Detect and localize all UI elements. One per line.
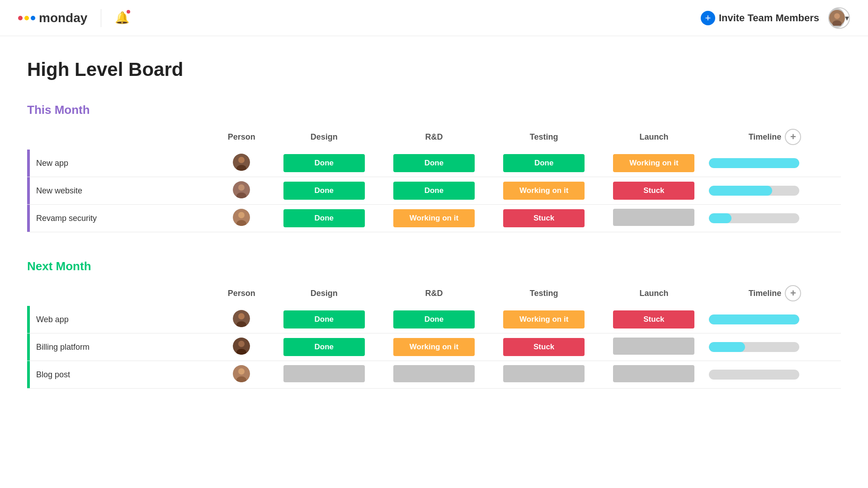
table-row: Blog post (27, 361, 841, 389)
avatar (233, 365, 250, 382)
avatar (233, 310, 250, 327)
person-cell-new-app (214, 150, 269, 177)
timeline-track (709, 370, 799, 380)
table-row: New website Done Done (27, 177, 841, 205)
logo-dots (18, 16, 35, 20)
status-badge-empty (503, 365, 585, 382)
status-badge: Done (283, 182, 365, 200)
launch-cell-revamp (599, 205, 709, 232)
status-badge: Stuck (503, 338, 585, 356)
timeline-track (709, 213, 799, 223)
timeline-fill (709, 342, 745, 352)
rnd-cell-new-app: Done (379, 150, 489, 177)
col-person-this: Person (214, 124, 269, 150)
invite-team-button[interactable]: + Invite Team Members (701, 11, 819, 25)
next-month-table: Person Design R&D Testing Launch Timelin… (27, 281, 841, 389)
col-launch-this: Launch (599, 124, 709, 150)
timeline-cell-new-app (709, 150, 841, 177)
col-design-this: Design (269, 124, 379, 150)
timeline-cell-blog (709, 361, 841, 389)
col-item-next (27, 281, 214, 306)
timeline-fill (709, 314, 799, 324)
col-launch-next: Launch (599, 281, 709, 306)
timeline-cell-new-website (709, 177, 841, 205)
status-badge: Done (393, 310, 475, 328)
person-cell-web-app (214, 306, 269, 333)
status-badge: Done (393, 154, 475, 172)
launch-cell-blog (599, 361, 709, 389)
row-name: Revamp security (30, 214, 97, 223)
logo-dot-red (18, 16, 23, 20)
item-cell-blog: Blog post (27, 361, 214, 389)
logo-dot-yellow (24, 16, 29, 20)
testing-cell-revamp: Stuck (489, 205, 599, 232)
this-month-section: This Month Person Design R&D Testing Lau… (27, 103, 841, 232)
status-badge-empty (393, 365, 475, 382)
status-badge: Done (283, 209, 365, 227)
col-rnd-next: R&D (379, 281, 489, 306)
avatar-chevron-icon: ▾ (845, 13, 849, 23)
svg-point-10 (238, 212, 245, 218)
status-badge-empty (613, 338, 694, 355)
rnd-cell-new-website: Done (379, 177, 489, 205)
row-name: Blog post (30, 370, 70, 380)
this-month-header-row: This Month (27, 103, 841, 117)
header-left: monday 🔔 (18, 9, 129, 27)
col-rnd-this: R&D (379, 124, 489, 150)
design-cell-new-app: Done (269, 150, 379, 177)
notifications-bell[interactable]: 🔔 (115, 11, 129, 25)
timeline-cell-web-app (709, 306, 841, 333)
timeline-fill (709, 186, 772, 196)
person-cell-blog (214, 361, 269, 389)
row-name: Billing platform (30, 343, 90, 352)
timeline-track (709, 186, 799, 196)
person-cell-new-website (214, 177, 269, 205)
person-cell-billing (214, 333, 269, 361)
next-month-title: Next Month (27, 259, 91, 273)
testing-cell-blog (489, 361, 599, 389)
logo-dot-blue (31, 16, 35, 20)
status-badge: Working on it (613, 154, 694, 172)
launch-cell-web-app: Stuck (599, 306, 709, 333)
user-avatar-wrapper[interactable]: ▾ (828, 7, 850, 29)
col-testing-this: Testing (489, 124, 599, 150)
status-badge-empty (613, 365, 694, 382)
status-badge: Working on it (503, 182, 585, 200)
col-design-next: Design (269, 281, 379, 306)
next-month-col-headers: Person Design R&D Testing Launch Timelin… (27, 281, 841, 306)
timeline-track (709, 158, 799, 168)
item-cell-revamp-security: Revamp security (27, 205, 214, 232)
col-testing-next: Testing (489, 281, 599, 306)
timeline-fill (709, 158, 799, 168)
table-row: New app Done Done Done (27, 150, 841, 177)
design-cell-billing: Done (269, 333, 379, 361)
rnd-cell-web-app: Done (379, 306, 489, 333)
table-row: Web app Done Done Work (27, 306, 841, 333)
add-column-this-button[interactable]: + (785, 129, 801, 145)
this-month-table: Person Design R&D Testing Launch Timelin… (27, 124, 841, 232)
svg-point-19 (238, 368, 245, 375)
status-badge: Done (283, 310, 365, 328)
main-content: High Level Board This Month Person Desig… (0, 36, 868, 438)
status-badge: Working on it (393, 338, 475, 356)
avatar (233, 209, 250, 226)
user-avatar (829, 8, 845, 28)
item-cell-new-app: New app (27, 150, 214, 177)
design-cell-blog (269, 361, 379, 389)
status-badge: Stuck (613, 310, 694, 328)
testing-cell-new-app: Done (489, 150, 599, 177)
design-cell-web-app: Done (269, 306, 379, 333)
status-badge-empty (613, 209, 694, 226)
status-badge: Stuck (613, 182, 694, 200)
item-cell-billing: Billing platform (27, 333, 214, 361)
bell-badge (126, 9, 131, 14)
timeline-cell-billing (709, 333, 841, 361)
svg-point-16 (238, 341, 245, 347)
svg-point-1 (834, 13, 840, 19)
svg-point-7 (238, 184, 245, 191)
add-column-next-button[interactable]: + (785, 285, 801, 301)
testing-cell-web-app: Working on it (489, 306, 599, 333)
launch-cell-new-website: Stuck (599, 177, 709, 205)
col-person-next: Person (214, 281, 269, 306)
table-row: Billing platform Done Working on it (27, 333, 841, 361)
